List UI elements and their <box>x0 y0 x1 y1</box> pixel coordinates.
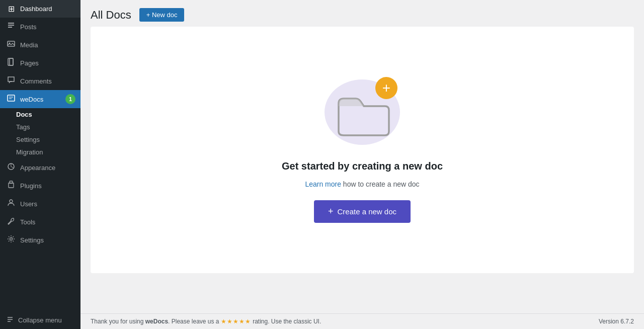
footer-message: Thank you for using weDocs. Please leave… <box>91 318 321 325</box>
submenu-docs[interactable]: Docs <box>0 108 80 121</box>
collapse-icon <box>6 315 14 325</box>
sidebar-item-label: Media <box>20 41 38 49</box>
sidebar-item-label: Appearance <box>20 164 55 172</box>
svg-rect-4 <box>8 95 15 101</box>
footer-message-after: . Please leave us a <box>168 318 221 325</box>
sidebar-item-label: Settings <box>20 236 44 244</box>
sidebar-item-media[interactable]: Media <box>0 36 80 54</box>
sidebar-item-appearance[interactable]: Appearance <box>0 158 80 177</box>
learn-more-link[interactable]: Learn more <box>305 180 341 188</box>
main-content: All Docs + New doc + Get started b <box>80 0 644 329</box>
sidebar-item-comments[interactable]: Comments <box>0 72 80 90</box>
empty-state-subtitle-text: how to create a new doc <box>341 180 420 188</box>
svg-rect-2 <box>8 58 13 65</box>
footer-message-end: rating. Use the classic UI. <box>251 318 321 325</box>
sidebar-item-label: Plugins <box>20 182 42 190</box>
pages-icon <box>6 58 16 68</box>
settings-icon <box>6 235 16 245</box>
footer-message-before: Thank you for using <box>91 318 145 325</box>
submenu-tags[interactable]: Tags <box>0 121 80 133</box>
wedocs-icon <box>6 94 16 104</box>
sidebar-item-posts[interactable]: Posts <box>0 18 80 36</box>
empty-state-card: + Get started by creating a new doc Lear… <box>91 27 634 273</box>
content-area: + Get started by creating a new doc Lear… <box>80 27 644 313</box>
empty-state-subtitle: Learn more how to create a new doc <box>305 180 419 188</box>
footer-version: Version 6.7.2 <box>599 318 634 325</box>
tools-icon <box>6 217 16 227</box>
top-bar: All Docs + New doc <box>80 0 644 27</box>
sidebar-item-label: Comments <box>20 77 52 85</box>
sidebar: ⊞ Dashboard Posts Media Pages Comments <box>0 0 80 329</box>
notification-badge: 1 <box>65 94 75 104</box>
svg-point-8 <box>10 238 13 240</box>
appearance-icon <box>6 162 16 173</box>
sidebar-item-label: Dashboard <box>20 5 52 13</box>
sidebar-item-label: Users <box>20 200 37 208</box>
media-icon <box>6 40 16 50</box>
sidebar-item-plugins[interactable]: Plugins <box>0 177 80 195</box>
footer-stars: ★★★★★ <box>221 318 251 325</box>
posts-icon <box>6 22 16 32</box>
plugins-icon <box>6 181 16 191</box>
folder-illustration: + <box>322 77 403 147</box>
submenu-migration[interactable]: Migration <box>0 146 80 158</box>
sidebar-item-label: Tools <box>20 218 35 226</box>
svg-rect-0 <box>8 41 15 46</box>
create-new-doc-button[interactable]: + Create a new doc <box>314 200 411 223</box>
collapse-menu-button[interactable]: Collapse menu <box>0 311 80 329</box>
sidebar-item-pages[interactable]: Pages <box>0 54 80 72</box>
svg-rect-3 <box>10 58 13 65</box>
sidebar-item-wedocs[interactable]: weDocs ← 1 <box>0 90 80 108</box>
sidebar-item-users[interactable]: Users <box>0 195 80 213</box>
comments-icon <box>6 76 16 86</box>
footer: Thank you for using weDocs. Please leave… <box>80 313 644 329</box>
sidebar-item-label: Pages <box>20 59 39 67</box>
sidebar-item-tools[interactable]: Tools <box>0 213 80 231</box>
svg-point-7 <box>10 200 13 203</box>
wedocs-submenu: Docs Tags Settings Migration <box>0 108 80 158</box>
new-doc-button[interactable]: + New doc <box>139 8 185 22</box>
users-icon <box>6 199 16 209</box>
sidebar-item-label: Posts <box>20 23 37 31</box>
create-plus-icon: + <box>328 206 334 217</box>
submenu-settings[interactable]: Settings <box>0 133 80 146</box>
sidebar-item-settings[interactable]: Settings <box>0 231 80 249</box>
plus-circle-icon: + <box>375 77 397 99</box>
sidebar-item-label: weDocs <box>20 96 43 103</box>
sidebar-item-dashboard[interactable]: ⊞ Dashboard <box>0 0 80 18</box>
page-title: All Docs <box>91 9 131 22</box>
empty-state-title: Get started by creating a new doc <box>282 160 443 172</box>
create-btn-label: Create a new doc <box>337 207 396 216</box>
dashboard-icon: ⊞ <box>6 4 16 14</box>
footer-brand: weDocs <box>145 318 168 325</box>
